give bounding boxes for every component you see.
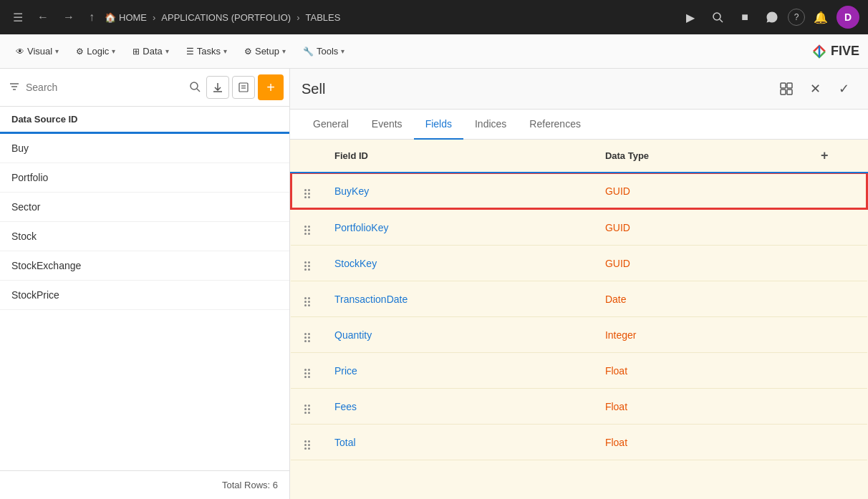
search-icon[interactable]	[186, 78, 203, 97]
table-row[interactable]: Price Float	[291, 353, 867, 389]
menu-icon[interactable]: ☰	[9, 8, 27, 27]
row-actions-cell	[781, 425, 867, 460]
fields-table: Field ID Data Type + BuyKey GUID	[290, 140, 868, 460]
right-panel-header: Sell ✕ ✓	[290, 69, 868, 110]
tab-fields[interactable]: Fields	[414, 110, 463, 140]
setup-menu[interactable]: ⚙ Setup ▾	[237, 42, 293, 61]
app-crumb[interactable]: APPLICATIONS (PORTFOLIO)	[161, 12, 291, 23]
left-panel: + Data Source ID Buy Portfolio Sector St…	[0, 69, 290, 499]
top-nav: ☰ ← → ↑ 🏠 HOME › APPLICATIONS (PORTFOLIO…	[0, 0, 868, 34]
drag-handle	[291, 209, 323, 246]
field-id-cell: BuyKey	[323, 173, 594, 209]
stop-icon[interactable]: ■	[733, 6, 756, 29]
tabs: General Events Fields Indices References	[290, 110, 868, 140]
header-actions: ✕ ✓	[773, 76, 857, 102]
breadcrumb: 🏠 HOME › APPLICATIONS (PORTFOLIO) › TABL…	[105, 12, 673, 23]
chat-icon[interactable]	[761, 6, 783, 29]
svg-rect-13	[781, 89, 786, 95]
drag-handle	[291, 389, 323, 425]
table-row[interactable]: Quantity Integer	[291, 317, 867, 353]
field-id-cell: Price	[323, 353, 594, 389]
add-field-button[interactable]: +	[821, 148, 829, 163]
drag-handle	[291, 425, 323, 460]
notification-icon[interactable]: 🔔	[809, 6, 832, 29]
data-type-cell: Float	[594, 353, 781, 389]
field-id-cell: Fees	[323, 389, 594, 425]
search-input[interactable]	[26, 82, 183, 93]
field-id-cell: Total	[323, 425, 594, 460]
data-type-cell: GUID	[594, 246, 781, 281]
home-crumb[interactable]: 🏠 HOME	[105, 12, 147, 23]
data-type-cell: GUID	[594, 209, 781, 246]
up-icon[interactable]: ↑	[85, 8, 99, 26]
upload-button[interactable]	[232, 76, 255, 99]
data-menu[interactable]: ⊞ Data ▾	[125, 42, 175, 61]
list-item[interactable]: StockPrice	[0, 281, 289, 310]
tab-indices[interactable]: Indices	[463, 110, 518, 140]
field-id-cell: StockKey	[323, 246, 594, 281]
five-logo: FIVE	[811, 43, 859, 60]
row-actions-cell	[781, 246, 867, 281]
table-row[interactable]: Fees Float	[291, 389, 867, 425]
data-type-cell: GUID	[594, 173, 781, 209]
close-button[interactable]: ✕	[802, 76, 828, 102]
forward-icon[interactable]: →	[59, 8, 79, 26]
filter-icon[interactable]	[6, 78, 23, 97]
data-type-cell: Date	[594, 281, 781, 317]
search-icon[interactable]	[706, 6, 729, 29]
table-view-button[interactable]	[773, 76, 799, 102]
row-actions-cell	[781, 209, 867, 246]
field-id-cell: PortfolioKey	[323, 209, 594, 246]
data-type-cell: Integer	[594, 317, 781, 353]
table-row[interactable]: TransactionDate Date	[291, 281, 867, 317]
row-actions-cell	[781, 317, 867, 353]
col-field-id: Field ID	[323, 140, 594, 173]
datasource-header: Data Source ID	[0, 107, 289, 134]
add-button[interactable]: +	[258, 74, 284, 100]
table-row[interactable]: Total Float	[291, 425, 867, 460]
row-actions-cell	[781, 389, 867, 425]
svg-line-1	[720, 19, 723, 22]
total-rows-footer: Total Rows: 6	[0, 470, 289, 499]
list-item[interactable]: Stock	[0, 222, 289, 251]
second-toolbar: 👁 Visual ▾ ⚙ Logic ▾ ⊞ Data ▾ ☰ Tasks ▾ …	[0, 34, 868, 69]
list-item[interactable]: StockExchange	[0, 251, 289, 281]
svg-point-5	[191, 82, 198, 89]
visual-menu[interactable]: 👁 Visual ▾	[9, 42, 66, 61]
right-panel: Sell ✕ ✓ General Events Fields Indices	[290, 69, 868, 499]
table-row[interactable]: StockKey GUID	[291, 246, 867, 281]
row-actions-cell	[781, 281, 867, 317]
tools-menu[interactable]: 🔧 Tools ▾	[296, 42, 352, 61]
top-right-icons: ▶ ■ ? 🔔 D	[679, 6, 859, 29]
tasks-menu[interactable]: ☰ Tasks ▾	[179, 42, 234, 61]
tab-references[interactable]: References	[518, 110, 592, 140]
list-item[interactable]: Portfolio	[0, 163, 289, 193]
table-title: Sell	[302, 81, 773, 97]
confirm-button[interactable]: ✓	[831, 76, 857, 102]
svg-rect-11	[781, 83, 786, 88]
col-add: +	[781, 140, 867, 173]
help-icon[interactable]: ?	[788, 9, 805, 26]
data-type-cell: Float	[594, 389, 781, 425]
tab-events[interactable]: Events	[360, 110, 414, 140]
svg-line-6	[197, 89, 200, 92]
avatar[interactable]: D	[836, 6, 859, 29]
col-drag	[291, 140, 323, 173]
field-id-cell: TransactionDate	[323, 281, 594, 317]
back-icon[interactable]: ←	[33, 8, 53, 26]
drag-handle	[291, 353, 323, 389]
table-row[interactable]: BuyKey GUID	[291, 173, 867, 209]
logic-menu[interactable]: ⚙ Logic ▾	[69, 42, 122, 61]
svg-point-0	[713, 13, 720, 20]
list-item[interactable]: Sector	[0, 193, 289, 222]
tab-general[interactable]: General	[302, 110, 360, 140]
list-item[interactable]: Buy	[0, 134, 289, 163]
play-icon[interactable]: ▶	[679, 6, 702, 29]
svg-rect-8	[239, 83, 248, 92]
svg-rect-14	[787, 89, 792, 95]
col-data-type: Data Type	[594, 140, 781, 173]
drag-handle	[291, 173, 323, 209]
download-button[interactable]	[206, 76, 229, 99]
table-row[interactable]: PortfolioKey GUID	[291, 209, 867, 246]
tables-crumb[interactable]: TABLES	[306, 12, 341, 23]
